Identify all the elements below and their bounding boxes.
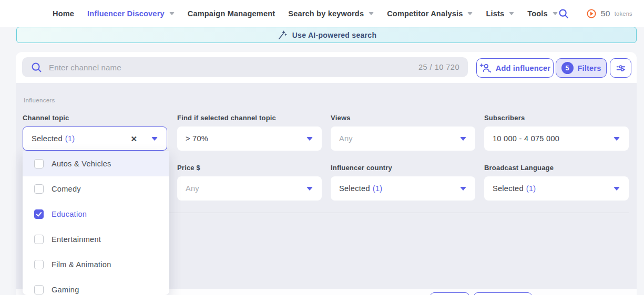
option-label: Film & Animation xyxy=(52,260,111,269)
nav-item-label: Competitor Analysis xyxy=(387,9,463,18)
tokens-balance[interactable]: 50 tokens xyxy=(586,8,632,19)
chevron-down-icon xyxy=(614,187,620,191)
select-count: (1) xyxy=(65,134,75,143)
price-select[interactable]: Any xyxy=(177,176,322,201)
views-select[interactable]: Any xyxy=(331,127,475,151)
option-label: Gaming xyxy=(52,286,79,294)
nav-item-influencer-discovery[interactable]: Influencer Discovery xyxy=(87,9,175,18)
filters-button[interactable]: 5 Filters xyxy=(556,58,607,78)
filter-label: Views xyxy=(331,114,475,122)
nav-item-label: Campaign Management xyxy=(188,9,275,18)
nav-item-competitor-analysis[interactable]: Competitor Analysis xyxy=(387,9,473,18)
search-icon xyxy=(30,61,43,73)
filter-label: Price $ xyxy=(177,164,322,172)
channel-topic-select[interactable]: Selected (1) ✕ xyxy=(23,127,167,151)
dropdown-option-gaming[interactable]: Gaming xyxy=(23,277,169,295)
filter-views: Views Any xyxy=(331,114,475,151)
select-value: > 70% xyxy=(186,134,208,143)
select-value: Selected xyxy=(339,184,370,193)
nav-item-search-by-keywords[interactable]: Search by keywords xyxy=(288,9,374,18)
dropdown-option-education[interactable]: Education xyxy=(23,202,169,227)
checkbox[interactable] xyxy=(34,235,44,244)
search-icon[interactable] xyxy=(558,8,569,19)
broadcast-language-select[interactable]: Selected (1) xyxy=(484,176,629,201)
influencer-country-select[interactable]: Selected (1) xyxy=(331,176,475,201)
result-counter: 25 / 10 720 xyxy=(418,63,459,71)
nav-item-label: Home xyxy=(53,9,74,18)
option-label: Entertainment xyxy=(52,235,101,244)
checkbox[interactable] xyxy=(34,159,44,168)
select-count: (1) xyxy=(526,184,536,193)
filter-settings-button[interactable] xyxy=(610,58,631,78)
top-navigation: Home Influencer Discovery Campaign Manag… xyxy=(0,0,644,27)
checkbox[interactable] xyxy=(34,285,44,294)
filters-label: Filters xyxy=(578,64,601,72)
nav-item-tools[interactable]: Tools xyxy=(527,9,558,18)
filter-label: Influencer country xyxy=(331,164,475,172)
bottom-left-button[interactable] xyxy=(430,292,469,295)
filter-broadcast-language: Broadcast Language Selected (1) xyxy=(484,164,629,201)
option-label: Autos & Vehicles xyxy=(52,160,111,168)
nav-item-campaign-management[interactable]: Campaign Management xyxy=(188,9,275,18)
nav-item-label: Search by keywords xyxy=(288,9,364,18)
filter-channel-topic: Channel topic Selected (1) ✕ xyxy=(23,114,167,151)
filter-label: Broadcast Language xyxy=(484,164,629,172)
ai-search-banner-label: Use AI-powered search xyxy=(292,31,377,39)
bottom-right-button[interactable] xyxy=(474,292,532,295)
filter-price: Price $ Any xyxy=(177,164,322,201)
subscribers-select[interactable]: 10 000 - 4 075 000 xyxy=(484,127,629,151)
nav-item-label: Tools xyxy=(527,9,548,18)
chevron-down-icon xyxy=(460,137,466,141)
select-count: (1) xyxy=(373,184,383,193)
dropdown-option-autos-vehicles[interactable]: Autos & Vehicles xyxy=(23,151,169,176)
option-label: Comedy xyxy=(52,185,81,193)
channel-search-input[interactable] xyxy=(49,63,412,72)
chevron-down-icon xyxy=(553,12,558,15)
chevron-down-icon xyxy=(369,12,374,15)
select-value: Selected xyxy=(493,184,524,193)
topic-match-select[interactable]: > 70% xyxy=(177,127,322,151)
dropdown-option-comedy[interactable]: Comedy xyxy=(23,176,169,202)
filters-count-badge: 5 xyxy=(561,62,574,74)
filter-label: Subscribers xyxy=(484,114,629,122)
filter-subscribers: Subscribers 10 000 - 4 075 000 xyxy=(484,114,629,151)
select-value: 10 000 - 4 075 000 xyxy=(493,134,559,143)
chevron-down-icon xyxy=(306,137,313,141)
filter-label: Channel topic xyxy=(23,114,167,122)
dropdown-option-film-animation[interactable]: Film & Animation xyxy=(23,252,169,277)
select-value: Any xyxy=(186,184,199,193)
checkbox[interactable] xyxy=(34,184,44,194)
checkbox-checked[interactable] xyxy=(34,209,44,219)
nav-item-lists[interactable]: Lists xyxy=(486,9,514,18)
option-label: Education xyxy=(52,210,87,218)
channel-search-box[interactable]: 25 / 10 720 xyxy=(22,57,468,77)
add-influencer-button[interactable]: Add influencer xyxy=(476,58,554,78)
chevron-down-icon xyxy=(460,187,466,191)
filter-influencer-country: Influencer country Selected (1) xyxy=(331,164,475,201)
chevron-down-icon xyxy=(509,12,514,15)
play-token-icon xyxy=(586,8,597,19)
channel-topic-dropdown: Autos & Vehicles Comedy Education Entert… xyxy=(23,151,169,295)
sliders-icon xyxy=(615,62,627,74)
checkbox[interactable] xyxy=(34,260,44,269)
add-person-icon xyxy=(479,62,492,73)
chevron-down-icon xyxy=(614,137,620,141)
ai-search-banner[interactable]: Use AI-powered search xyxy=(16,27,637,43)
chevron-down-icon xyxy=(169,12,175,15)
filter-topic-match: Find if selected channel topic > 70% xyxy=(177,114,322,151)
token-unit: tokens xyxy=(615,10,632,17)
dropdown-option-entertainment[interactable]: Entertainment xyxy=(23,227,169,252)
clear-icon[interactable]: ✕ xyxy=(130,135,137,143)
add-influencer-label: Add influencer xyxy=(496,64,550,72)
filter-label: Find if selected channel topic xyxy=(177,114,322,122)
chevron-down-icon xyxy=(467,12,473,15)
nav-item-label: Influencer Discovery xyxy=(87,9,165,18)
chevron-down-icon xyxy=(151,137,158,141)
token-count: 50 xyxy=(601,9,610,18)
nav-item-home[interactable]: Home xyxy=(53,9,74,18)
section-label: Influencers xyxy=(24,97,55,103)
select-value: Any xyxy=(339,134,353,143)
magic-wand-icon xyxy=(277,29,288,40)
nav-menu: Home Influencer Discovery Campaign Manag… xyxy=(53,9,558,18)
search-card: 25 / 10 720 Add influencer 5 Filters xyxy=(16,52,637,83)
